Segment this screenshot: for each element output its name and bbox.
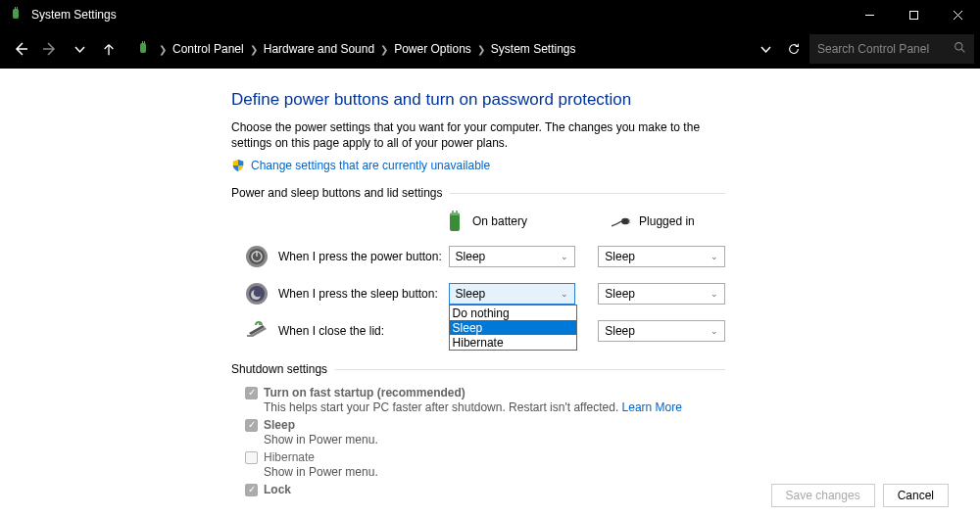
lock-checkbox[interactable] — [245, 484, 258, 496]
dropdown-option[interactable]: Do nothing — [450, 306, 576, 320]
back-button[interactable] — [6, 34, 35, 64]
maximize-button[interactable] — [892, 0, 936, 29]
checkbox-label: Sleep — [264, 418, 295, 432]
checkbox-label: Hibernate — [264, 450, 315, 464]
learn-more-link[interactable]: Learn More — [622, 400, 682, 414]
checkbox-label: Turn on fast startup (recommended) — [264, 386, 466, 400]
svg-point-16 — [621, 218, 629, 225]
fast-startup-checkbox[interactable] — [245, 387, 258, 400]
minimize-button[interactable] — [848, 0, 892, 29]
shield-icon — [231, 159, 245, 172]
chevron-down-icon: ⌄ — [710, 252, 718, 261]
recent-button[interactable] — [65, 34, 94, 64]
chevron-right-icon: ❯ — [250, 44, 258, 55]
svg-rect-12 — [450, 213, 460, 231]
chevron-down-icon: ⌄ — [710, 326, 718, 336]
breadcrumb-dropdown-button[interactable] — [753, 34, 778, 64]
svg-rect-14 — [452, 211, 454, 213]
battery-icon — [445, 210, 465, 233]
setting-label: When I press the power button: — [278, 250, 449, 263]
chevron-down-icon: ⌄ — [561, 289, 568, 299]
search-placeholder: Search Control Panel — [817, 42, 929, 56]
svg-rect-7 — [140, 43, 146, 53]
refresh-button[interactable] — [778, 34, 809, 64]
svg-line-11 — [961, 49, 964, 52]
titlebar: System Settings — [0, 0, 980, 29]
close-button[interactable] — [936, 0, 980, 29]
section-header-buttons: Power and sleep buttons and lid settings — [231, 186, 725, 200]
section-header-shutdown: Shutdown settings — [231, 362, 725, 376]
hibernate-checkbox[interactable] — [245, 451, 258, 464]
plug-icon — [612, 210, 631, 233]
chevron-right-icon: ❯ — [477, 44, 485, 55]
shutdown-item-lock: Lock — [245, 483, 725, 496]
control-panel-icon — [135, 41, 151, 57]
up-button[interactable] — [94, 34, 123, 64]
sleep-checkbox[interactable] — [245, 419, 258, 432]
svg-rect-9 — [144, 41, 145, 44]
sleep-button-battery-dropdown[interactable]: Sleep⌄ Do nothing Sleep Hibernate — [449, 283, 576, 305]
svg-rect-1 — [15, 7, 16, 10]
svg-rect-17 — [628, 219, 631, 220]
cancel-button[interactable]: Cancel — [883, 484, 949, 507]
svg-point-10 — [956, 43, 962, 50]
setting-row-power-button: When I press the power button: Sleep⌄ Sl… — [245, 245, 725, 268]
breadcrumb[interactable]: ❯ Control Panel ❯ Hardware and Sound ❯ P… — [129, 41, 753, 57]
power-button-icon — [245, 245, 269, 268]
setting-label: When I press the sleep button: — [278, 287, 449, 301]
svg-rect-15 — [456, 211, 458, 213]
laptop-lid-icon — [245, 319, 269, 343]
shutdown-item-hibernate: Hibernate Show in Power menu. — [245, 450, 725, 479]
setting-label: When I close the lid: — [278, 324, 449, 338]
svg-rect-0 — [13, 9, 19, 19]
dropdown-list: Do nothing Sleep Hibernate — [449, 305, 577, 351]
forward-button[interactable] — [35, 34, 65, 64]
breadcrumb-item[interactable]: Control Panel — [172, 42, 244, 56]
checkbox-description: This helps start your PC faster after sh… — [264, 400, 725, 414]
shutdown-item-fast-startup: Turn on fast startup (recommended) This … — [245, 386, 725, 414]
footer-buttons: Save changes Cancel — [771, 484, 949, 507]
close-lid-plugged-dropdown[interactable]: Sleep⌄ — [598, 320, 725, 342]
page-description: Choose the power settings that you want … — [231, 119, 719, 151]
search-input[interactable]: Search Control Panel — [809, 34, 974, 64]
svg-rect-2 — [17, 7, 18, 10]
power-button-plugged-dropdown[interactable]: Sleep⌄ — [598, 246, 725, 267]
app-icon — [8, 7, 24, 23]
svg-rect-4 — [910, 11, 918, 19]
sleep-button-icon — [245, 282, 269, 306]
navbar: ❯ Control Panel ❯ Hardware and Sound ❯ P… — [0, 29, 980, 69]
page-title: Define power buttons and turn on passwor… — [231, 90, 725, 110]
chevron-right-icon: ❯ — [380, 44, 388, 55]
column-header-battery: On battery — [445, 210, 527, 233]
breadcrumb-item[interactable]: Power Options — [394, 42, 471, 56]
column-header-plugged: Plugged in — [612, 210, 695, 233]
content-area: Define power buttons and turn on passwor… — [0, 69, 980, 517]
breadcrumb-item[interactable]: Hardware and Sound — [264, 42, 374, 56]
svg-rect-18 — [628, 222, 631, 223]
shutdown-item-sleep: Sleep Show in Power menu. — [245, 418, 725, 446]
dropdown-option[interactable]: Hibernate — [450, 335, 576, 350]
search-icon — [954, 41, 966, 57]
change-settings-link[interactable]: Change settings that are currently unava… — [251, 159, 490, 172]
checkbox-label: Lock — [264, 483, 291, 496]
checkbox-description: Show in Power menu. — [264, 465, 725, 479]
setting-row-sleep-button: When I press the sleep button: Sleep⌄ Do… — [245, 282, 725, 306]
window-title: System Settings — [31, 8, 848, 22]
chevron-down-icon: ⌄ — [710, 289, 718, 299]
svg-rect-8 — [142, 41, 143, 44]
chevron-right-icon: ❯ — [159, 44, 167, 55]
breadcrumb-item[interactable]: System Settings — [491, 42, 576, 56]
power-button-battery-dropdown[interactable]: Sleep⌄ — [449, 246, 576, 267]
dropdown-option[interactable]: Sleep — [450, 320, 576, 335]
save-button[interactable]: Save changes — [771, 484, 875, 507]
sleep-button-plugged-dropdown[interactable]: Sleep⌄ — [598, 283, 725, 305]
chevron-down-icon: ⌄ — [561, 252, 568, 261]
svg-point-13 — [450, 212, 460, 215]
checkbox-description: Show in Power menu. — [264, 433, 725, 446]
